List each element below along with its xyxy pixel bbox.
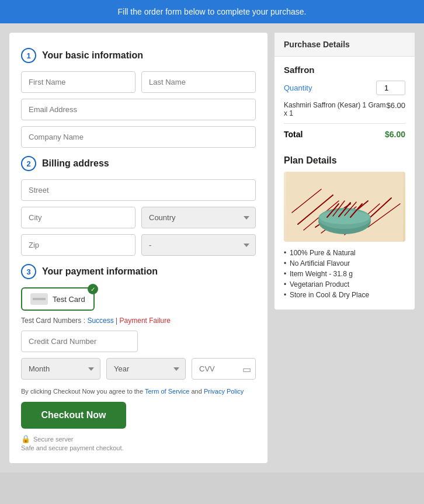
- section3-heading: 3 Your payment information: [21, 264, 256, 279]
- city-country-row: Country: [21, 207, 256, 228]
- year-select[interactable]: Year: [106, 358, 186, 380]
- privacy-policy-link[interactable]: Privacy Policy: [204, 388, 244, 395]
- lock-icon: 🔒: [21, 435, 30, 443]
- item-name: Kashmiri Saffron (Kesar) 1 Gram x 1: [284, 101, 386, 117]
- success-link[interactable]: Success: [87, 317, 113, 325]
- tos-text-before: By clicking Checkout Now you agree to th…: [21, 388, 145, 395]
- country-select[interactable]: Country: [141, 207, 256, 228]
- city-input[interactable]: [21, 207, 135, 228]
- street-input[interactable]: [21, 179, 256, 201]
- feature-item: 100% Pure & Natural: [284, 249, 405, 257]
- name-row: [21, 71, 256, 93]
- plan-details-title: Plan Details: [284, 155, 405, 166]
- tos-text-middle: and: [191, 388, 203, 395]
- cc-row: [21, 331, 256, 352]
- item-price: $6.00: [386, 101, 405, 110]
- card-option[interactable]: Test Card ✓: [21, 287, 95, 311]
- secure-label: Secure server: [33, 436, 73, 443]
- feature-item: Item Weight - 31.8 g: [284, 270, 405, 278]
- secure-sub-text: Safe and secure payment checkout.: [21, 444, 256, 451]
- top-banner: Fill the order form below to complete yo…: [0, 0, 424, 23]
- email-row: [21, 99, 256, 120]
- saffron-image: [284, 172, 405, 242]
- left-panel: 1 Your basic information 2 Billing addre…: [9, 33, 267, 463]
- main-content: 1 Your basic information 2 Billing addre…: [0, 23, 424, 472]
- total-row: Total $6.00: [284, 130, 405, 139]
- section3-title: Your payment information: [42, 266, 158, 277]
- test-card-info: Test Card Numbers : Success | Payment Fa…: [21, 317, 256, 325]
- checkout-button[interactable]: Checkout Now: [21, 402, 126, 429]
- state-select[interactable]: -: [141, 234, 256, 256]
- total-price: $6.00: [385, 130, 405, 139]
- card-icon-inner: [33, 298, 46, 300]
- company-input[interactable]: [21, 126, 256, 148]
- test-card-prefix: Test Card Numbers :: [21, 317, 87, 325]
- feature-item: Store in Cool & Dry Place: [284, 291, 405, 299]
- right-panel: Purchase Details Saffron Quantity Kashmi…: [274, 33, 415, 310]
- section1-heading: 1 Your basic information: [21, 48, 256, 63]
- purchase-details-body: Saffron Quantity Kashmiri Saffron (Kesar…: [274, 57, 415, 147]
- zip-input[interactable]: [21, 234, 135, 256]
- section1-title: Your basic information: [42, 50, 143, 61]
- company-row: [21, 126, 256, 148]
- tos-link[interactable]: Term of Service: [145, 388, 189, 395]
- section3-number: 3: [21, 264, 36, 279]
- card-label: Test Card: [53, 295, 85, 304]
- feature-item: Vegetarian Product: [284, 280, 405, 289]
- features-list: 100% Pure & NaturalNo Artificial Flavour…: [284, 249, 405, 299]
- month-select[interactable]: Month: [21, 358, 100, 380]
- section2-title: Billing address: [42, 158, 109, 169]
- product-name: Saffron: [284, 65, 405, 75]
- tos-line: By clicking Checkout Now you agree to th…: [21, 388, 256, 395]
- qty-input[interactable]: [376, 81, 405, 95]
- expiry-cvv-row: Month Year ▭: [21, 358, 256, 380]
- qty-row: Quantity: [284, 81, 405, 95]
- cvv-card-icon: ▭: [242, 363, 251, 374]
- last-name-input[interactable]: [141, 71, 256, 93]
- first-name-input[interactable]: [21, 71, 135, 93]
- card-check-icon: ✓: [88, 284, 98, 294]
- saffron-svg: [286, 172, 403, 242]
- email-input[interactable]: [21, 99, 256, 120]
- purchase-details-header: Purchase Details: [274, 33, 415, 57]
- card-icon: [30, 293, 48, 305]
- payment-failure-link[interactable]: Payment Failure: [120, 317, 171, 325]
- section1-number: 1: [21, 48, 36, 63]
- section2-heading: 2 Billing address: [21, 156, 256, 171]
- cvv-wrapper: ▭: [192, 358, 256, 380]
- street-row: [21, 179, 256, 201]
- banner-text: Fill the order form below to complete yo…: [118, 7, 307, 16]
- zip-state-row: -: [21, 234, 256, 256]
- page-wrapper: Fill the order form below to complete yo…: [0, 0, 424, 504]
- section2-number: 2: [21, 156, 36, 171]
- feature-item: No Artificial Flavour: [284, 259, 405, 267]
- secure-line: 🔒 Secure server: [21, 435, 256, 443]
- total-label: Total: [284, 130, 303, 139]
- item-row: Kashmiri Saffron (Kesar) 1 Gram x 1 $6.0…: [284, 101, 405, 124]
- plan-details-section: Plan Details: [274, 147, 415, 310]
- credit-card-input[interactable]: [21, 331, 138, 352]
- qty-label: Quantity: [284, 84, 312, 92]
